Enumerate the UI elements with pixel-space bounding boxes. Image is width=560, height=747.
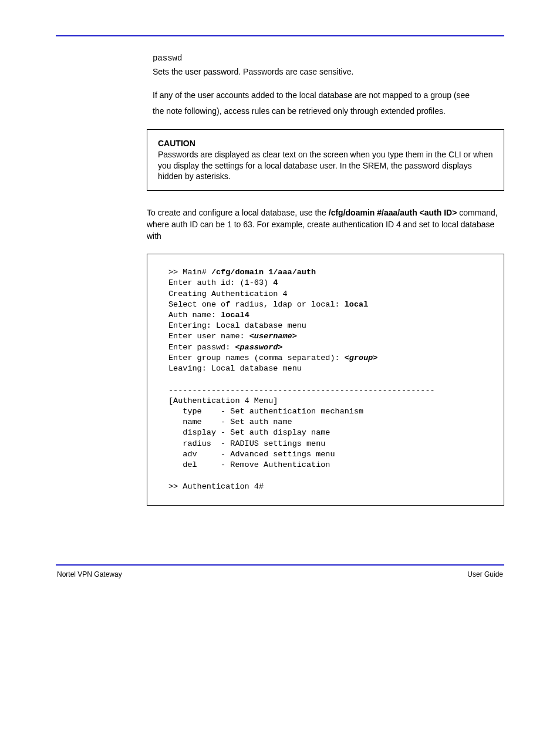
code-l5a: Auth name: bbox=[168, 311, 221, 319]
code-l5b: local4 bbox=[221, 311, 249, 319]
code-m3: name - Set auth name bbox=[168, 418, 292, 426]
bottom-rule bbox=[56, 564, 504, 566]
passwd-code: passwd bbox=[153, 53, 182, 63]
code-l7a: Enter user name: bbox=[168, 332, 249, 341]
code-l8b: <password> bbox=[235, 343, 282, 352]
footer: Nortel VPN Gateway User Guide bbox=[56, 564, 504, 578]
code-m8: >> Authentication 4# bbox=[168, 482, 264, 491]
tocreate-paragraph: To create and configure a local database… bbox=[147, 207, 504, 242]
code-l3: Creating Authentication 4 bbox=[168, 290, 288, 298]
code-m6: adv - Advanced settings menu bbox=[168, 450, 335, 459]
code-l7b: <username> bbox=[249, 332, 297, 341]
tocreate-cmd: /cfg/doamin #/aaa/auth <auth ID> bbox=[329, 208, 457, 217]
footer-row: Nortel VPN Gateway User Guide bbox=[56, 569, 504, 578]
passwd-row: passwd bbox=[153, 53, 504, 63]
code-l4b: local bbox=[345, 300, 369, 309]
code-l1a: >> Main# bbox=[168, 268, 211, 277]
code-l2a: Enter auth id: (1-63) bbox=[168, 278, 273, 287]
code-m2: type - Set authentication mechanism bbox=[168, 407, 363, 416]
footer-right: User Guide bbox=[467, 570, 503, 578]
caution-body: Passwords are displayed as clear text on… bbox=[158, 150, 492, 181]
footer-left: Nortel VPN Gateway bbox=[57, 570, 122, 578]
top-rule bbox=[56, 35, 504, 36]
code-l8a: Enter passwd: bbox=[168, 343, 235, 352]
note-text-2: the note following), access rules can be… bbox=[153, 106, 504, 117]
caution-box: CAUTION Passwords are displayed as clear… bbox=[147, 129, 504, 191]
code-m7: del - Remove Authentication bbox=[168, 460, 330, 469]
passwd-description: Sets the user password. Passwords are ca… bbox=[153, 66, 504, 78]
code-box: >> Main# /cfg/domain 1/aaa/auth Enter au… bbox=[147, 254, 504, 506]
code-m5: radius - RADIUS settings menu bbox=[168, 439, 325, 448]
caution-heading: CAUTION bbox=[158, 139, 195, 148]
code-l4a: Select one of radius, ldap or local: bbox=[168, 300, 345, 309]
code-l9b: <group> bbox=[345, 354, 378, 362]
code-m1: [Authentication 4 Menu] bbox=[168, 396, 278, 405]
note-text-1: If any of the user accounts added to the… bbox=[153, 90, 504, 102]
code-l2b: 4 bbox=[273, 278, 278, 287]
code-l6: Entering: Local database menu bbox=[168, 321, 306, 330]
code-dash: ----------------------------------------… bbox=[168, 386, 435, 395]
code-l1b: /cfg/domain 1/aaa/auth bbox=[211, 268, 316, 277]
code-l10: Leaving: Local database menu bbox=[168, 364, 302, 373]
tocreate-1: To create and configure a local database… bbox=[147, 208, 329, 217]
code-m4: display - Set auth display name bbox=[168, 428, 330, 437]
code-l9a: Enter group names (comma separated): bbox=[168, 354, 345, 362]
